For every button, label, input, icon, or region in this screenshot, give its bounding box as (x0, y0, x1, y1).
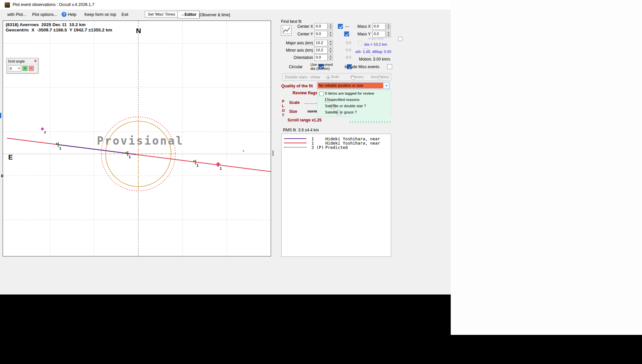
spin-down-icon[interactable] (386, 34, 391, 37)
help-icon: ? (62, 12, 67, 17)
orientation-spinner[interactable]: 0.0 (314, 54, 333, 61)
double-stars-both-radio[interactable] (326, 75, 330, 80)
mass-y-spinner[interactable]: 0.0 (372, 31, 391, 37)
center-x-label: Center X (288, 24, 313, 29)
include-miss-label: Include Miss events (344, 65, 379, 69)
review-flag-checkbox[interactable] (319, 92, 324, 96)
use-assumed-label: Use assumed dia (0.0 km) (310, 63, 335, 70)
find-best-fit-title: Find best fit (281, 19, 301, 24)
left-edge-marker (0, 113, 1, 118)
center-y-dashes: --- (345, 32, 349, 36)
menu-with-plot[interactable]: with Plot... (7, 12, 26, 17)
set-miss-times-button[interactable]: Set 'Miss' Times (145, 11, 178, 18)
left-edge-zero-label: 0 (0, 173, 4, 178)
plot-letter: T (282, 113, 284, 117)
window-title: Plot event observations : Occult v.4.202… (13, 2, 94, 7)
grid-angle-value: 0 (8, 67, 18, 70)
grid-angle-title: Grid angle (7, 59, 33, 63)
titlebar: Plot event observations : Occult v.4.202… (0, 0, 451, 10)
event-markers: 1 1 1 1 ✱ 3 (41, 127, 244, 170)
grid-angle-select[interactable]: 0 (8, 65, 21, 71)
chevron-down-icon (18, 68, 20, 69)
spin-up-icon[interactable] (328, 31, 333, 34)
circular-label: Circular (289, 65, 302, 69)
grid-angle-close-icon[interactable]: ✕ (33, 59, 38, 63)
spin-up-icon[interactable] (386, 23, 391, 26)
editor-button[interactable]: →Editor (177, 11, 200, 19)
marker-label: 1 (59, 146, 61, 150)
review-flags-label: Review flags (293, 91, 318, 95)
center-x-spinner[interactable]: 0.0 (314, 23, 333, 30)
background-window (451, 0, 642, 335)
minor-axis-alt-value: 0.0 (346, 48, 351, 52)
chevron-down-icon[interactable] (384, 82, 389, 89)
spin-down-icon[interactable] (328, 26, 333, 30)
double-stars-title: Double stars - show (285, 75, 320, 79)
grid-angle-minus-button[interactable]: − (29, 66, 34, 71)
major-axis-spinner[interactable]: 10.2 (314, 40, 333, 46)
size-label: Size (289, 109, 297, 114)
shape-model-label: Shape model (363, 37, 384, 40)
center-x-checkbox[interactable] (338, 24, 343, 29)
double-stars-group: Double stars - show Both Primary Seconda… (282, 73, 391, 81)
spin-up-icon[interactable] (328, 54, 333, 58)
size-norm-label: norm (307, 109, 317, 113)
review-flag-label: Satellite or double star ? (325, 104, 366, 108)
double-stars-secondary-label: Secondary (371, 75, 389, 79)
asterisk-marker: ✱ (41, 127, 44, 131)
center-y-label: Center Y (288, 32, 313, 36)
legend-line-red (284, 143, 306, 143)
orientation-alt-value: 0.0 (346, 55, 351, 59)
legend-row[interactable]: 3 (P) Predicted (282, 145, 391, 149)
scroll-range-slider[interactable] (350, 116, 391, 123)
grid-angle-panel: Grid angle ✕ 0 + − (6, 58, 38, 73)
legend-row[interactable]: 1 Hideki Yoshihara, near (282, 141, 391, 145)
orientation-label: Orientation (281, 55, 313, 60)
menu-help[interactable]: Help (68, 12, 76, 17)
minor-axis-spinner[interactable]: 10.2 (314, 47, 333, 54)
marker-label: 1 (220, 166, 222, 170)
spin-up-icon[interactable] (328, 40, 333, 43)
mass-x-label: Mass X (356, 24, 371, 29)
shape-model-checkbox[interactable] (398, 37, 402, 41)
legend-listbox[interactable]: 1 Hideki Yoshihara, near 1 Hideki Yoshih… (281, 134, 391, 257)
legend-name: Predicted (325, 145, 348, 150)
scroll-range-label: Scroll range x1.25 (288, 118, 322, 122)
plot-area[interactable]: Provisional 1 1 1 1 ✱ 3 (8318) A (3, 21, 271, 256)
spin-down-icon[interactable] (328, 50, 333, 54)
legend-row[interactable]: 1 Hideki Yoshihara, near (282, 136, 391, 141)
plot-letter: O (282, 109, 285, 113)
mass-y-label: Mass Y (356, 32, 371, 36)
center-y-spinner[interactable]: 0.0 (314, 31, 333, 37)
center-x-dashes: --- (345, 24, 349, 29)
mass-x-spinner[interactable]: 0.0 (372, 23, 391, 30)
menu-exit[interactable]: Exit (121, 12, 128, 17)
plot-letter: P (282, 99, 284, 103)
menu-keep-on-top[interactable]: Keep form on top (84, 12, 116, 17)
menubar: with Plot... Plot options... ? Help Keep… (0, 10, 451, 20)
spin-up-icon[interactable] (328, 23, 333, 26)
scale-label: Scale (289, 100, 299, 105)
plot-header-line2: Geocentric X -3509.7 ±166.5 Y 1942.7 ±13… (6, 27, 112, 32)
spin-down-icon[interactable] (386, 26, 391, 30)
legend-line-purple (284, 138, 306, 139)
marker-label: 1 (197, 163, 199, 167)
menu-plot-options[interactable]: Plot options... (32, 12, 57, 17)
quality-combobox[interactable]: No reliable position or size (317, 82, 390, 89)
minor-axis-label: Minor axis (km) (281, 48, 313, 53)
spin-up-icon[interactable] (328, 47, 333, 50)
spin-down-icon[interactable] (328, 58, 333, 61)
review-flag-label: 0 items are tagged for review (325, 91, 374, 95)
motion-info: Motion: 3.00 km/s (358, 57, 391, 62)
scale-slider[interactable] (305, 101, 317, 104)
include-miss-checkbox[interactable] (387, 64, 392, 69)
watermark: Provisional (97, 134, 184, 147)
review-flag-label: Unspecified reasons (325, 98, 359, 102)
spin-up-icon[interactable] (386, 31, 391, 34)
app-window: Plot event observations : Occult v.4.202… (0, 0, 451, 295)
spin-down-icon[interactable] (328, 34, 333, 37)
major-axis-alt-value: 0.0 (346, 41, 351, 45)
plot-letter: L (282, 104, 284, 108)
spin-down-icon[interactable] (328, 43, 333, 46)
grid-angle-plus-button[interactable]: + (23, 66, 27, 71)
